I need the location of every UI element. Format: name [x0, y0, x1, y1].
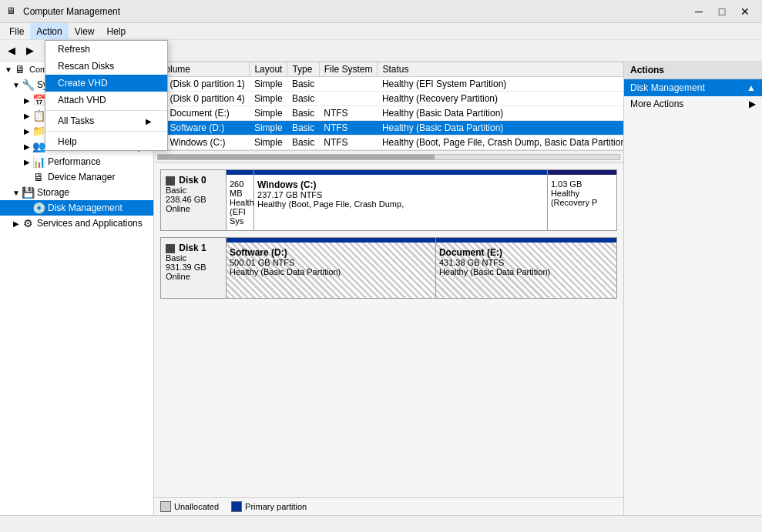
partition-name: Software (D:): [230, 247, 432, 258]
disk-map: Disk 0 Basic 238.46 GB Online 260 MB Hea…: [154, 163, 623, 497]
right-panel-disk-mgmt[interactable]: Disk Management ▲: [624, 79, 762, 96]
menu-item-all-tasks[interactable]: All Tasks ▶: [45, 112, 167, 129]
expand-icon[interactable]: ▼: [11, 187, 22, 198]
users-icon: 👥: [32, 140, 45, 152]
right-panel-header: Actions: [624, 62, 762, 79]
partition-bar: [436, 238, 616, 243]
cell-filesystem: NTFS: [319, 121, 378, 136]
cell-status: Healthy (Boot, Page File, Crash Dump, Ba…: [378, 136, 623, 150]
partition-status: Healthy (Recovery P: [551, 189, 613, 207]
menu-action[interactable]: Action: [30, 23, 68, 39]
expand-icon[interactable]: ▼: [11, 79, 22, 90]
cell-volume: (Disk 0 partition 4): [155, 92, 250, 106]
close-button[interactable]: ✕: [734, 3, 756, 20]
right-panel-section-label: Disk Management: [630, 82, 705, 93]
partition-size: 431.38 GB NTFS: [439, 258, 613, 267]
sidebar-label: Device Manager: [48, 172, 115, 182]
toolbar-forward[interactable]: ▶: [22, 42, 39, 59]
partition-content: Windows (C:) 237.17 GB NTFS Healthy (Boo…: [257, 179, 544, 209]
more-actions-arrow: ▶: [749, 99, 756, 109]
expand-icon[interactable]: ▶: [22, 141, 32, 152]
partition-size: 500.01 GB NTFS: [230, 258, 432, 267]
sidebar-item-disk-management[interactable]: 💿 Disk Management: [0, 200, 153, 216]
expand-icon[interactable]: ▶: [22, 125, 32, 136]
window-controls: ─ □ ✕: [688, 3, 756, 20]
cell-type: Basic: [287, 92, 319, 106]
partition-content: 1.03 GB Healthy (Recovery P: [551, 179, 613, 207]
table-row[interactable]: Software (D:)SimpleBasicNTFSHealthy (Bas…: [155, 121, 624, 136]
sidebar-item-storage[interactable]: ▼ 💾 Storage: [0, 185, 153, 200]
menu-item-help[interactable]: Help: [45, 133, 167, 150]
disk-1-partitions: Software (D:) 500.01 GB NTFS Healthy (Ba…: [227, 238, 616, 298]
cell-filesystem: NTFS: [319, 106, 378, 121]
legend-primary-label: Primary partition: [245, 502, 307, 511]
col-filesystem: File System: [319, 62, 378, 77]
content-area: Volume Layout Type File System Status (D…: [154, 62, 623, 515]
cell-status: Healthy (Recovery Partition): [378, 92, 623, 106]
menu-file[interactable]: File: [3, 23, 30, 39]
partition-recovery[interactable]: 1.03 GB Healthy (Recovery P: [548, 170, 616, 230]
minimize-button[interactable]: ─: [688, 3, 710, 20]
event-icon: 📋: [32, 109, 45, 122]
menu-help[interactable]: Help: [101, 23, 133, 39]
partition-windows[interactable]: Windows (C:) 237.17 GB NTFS Healthy (Boo…: [254, 170, 548, 230]
cell-status: Healthy (Basic Data Partition): [378, 121, 623, 136]
menu-item-rescan[interactable]: Rescan Disks: [45, 58, 167, 75]
table-row[interactable]: (Disk 0 partition 1)SimpleBasicHealthy (…: [155, 77, 624, 92]
partition-detail: Healthy (EFI Sys: [230, 198, 250, 226]
folder-icon: 📁: [32, 125, 45, 137]
computer-icon: 🖥: [14, 63, 26, 75]
disk-table: Volume Layout Type File System Status (D…: [154, 62, 623, 151]
partition-software[interactable]: Software (D:) 500.01 GB NTFS Healthy (Ba…: [227, 238, 436, 298]
maximize-button[interactable]: □: [711, 3, 733, 20]
cell-layout: Simple: [250, 77, 287, 92]
calendar-icon: 📅: [32, 94, 45, 106]
menu-separator: [45, 110, 167, 111]
sidebar-item-services-apps[interactable]: ▶ ⚙ Services and Applications: [0, 216, 153, 231]
disk-0-label: Disk 0 Basic 238.46 GB Online: [161, 170, 227, 230]
legend-unalloc-label: Unallocated: [174, 502, 219, 511]
partition-bar: [227, 238, 435, 243]
sidebar-label: Storage: [37, 187, 69, 198]
partition-document[interactable]: Document (E:) 431.38 GB NTFS Healthy (Ba…: [436, 238, 616, 298]
partition-content: Document (E:) 431.38 GB NTFS Healthy (Ba…: [439, 247, 613, 276]
cell-filesystem: [319, 92, 378, 106]
table-row[interactable]: (Disk 0 partition 4)SimpleBasicHealthy (…: [155, 92, 624, 106]
menu-view[interactable]: View: [69, 23, 101, 39]
expand-icon[interactable]: ▶: [22, 156, 32, 167]
partition-efi[interactable]: 260 MB Healthy (EFI Sys: [227, 170, 254, 230]
legend-unalloc-box: [160, 501, 171, 512]
legend-unallocated: Unallocated: [160, 501, 219, 512]
disk-0-type: Basic: [166, 186, 221, 195]
sidebar-item-device-manager[interactable]: 🖥 Device Manager: [0, 169, 153, 185]
menu-item-attach-vhd[interactable]: Attach VHD: [45, 92, 167, 109]
disk-0-size: 238.46 GB: [166, 195, 221, 204]
expand-icon[interactable]: ▼: [3, 64, 14, 75]
disk-icon: 💿: [32, 202, 45, 214]
expand-icon[interactable]: ▶: [22, 110, 32, 121]
expand-icon[interactable]: ▶: [11, 218, 22, 229]
cell-filesystem: NTFS: [319, 136, 378, 150]
submenu-arrow: ▶: [146, 117, 152, 125]
table-row[interactable]: Windows (C:)SimpleBasicNTFSHealthy (Boot…: [155, 136, 624, 150]
partition-name: 1.03 GB: [551, 179, 613, 189]
partition-name: 260 MB: [230, 179, 250, 198]
disk-row-0: Disk 0 Basic 238.46 GB Online 260 MB Hea…: [160, 169, 617, 231]
menu-item-refresh[interactable]: Refresh: [45, 41, 167, 58]
table-row[interactable]: Document (E:)SimpleBasicNTFSHealthy (Bas…: [155, 106, 624, 121]
legend-primary: Primary partition: [231, 501, 307, 512]
disk-1-label: Disk 1 Basic 931.39 GB Online: [161, 238, 227, 298]
cell-type: Basic: [287, 136, 319, 150]
right-panel-more-actions[interactable]: More Actions ▶: [624, 96, 762, 112]
partition-status: Healthy (Basic Data Partition): [230, 267, 432, 276]
menu-bar: File Action View Help: [0, 23, 762, 40]
menu-item-create-vhd[interactable]: Create VHD: [45, 75, 167, 92]
expand-icon[interactable]: ▶: [22, 95, 32, 105]
col-status: Status: [378, 62, 623, 77]
cell-layout: Simple: [250, 121, 287, 136]
disk-row-1: Disk 1 Basic 931.39 GB Online Software (…: [160, 237, 617, 299]
sidebar-item-performance[interactable]: ▶ 📊 Performance: [0, 154, 153, 169]
cell-volume: Document (E:): [155, 106, 250, 121]
toolbar-back[interactable]: ◀: [3, 42, 20, 59]
partition-bar: [548, 170, 616, 175]
